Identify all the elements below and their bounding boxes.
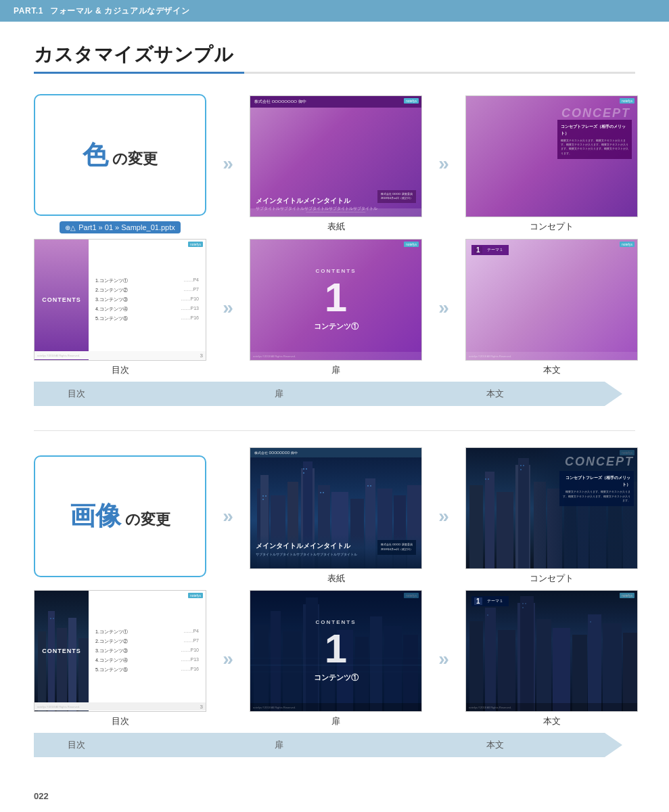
contents-city-left: CONTENTS: [34, 591, 89, 711]
image-row2: CONTENTS 1.コンテンツ① ……P4 2.コンテンツ② ……P7: [34, 590, 635, 727]
city-contents-label: CONTENTS: [42, 648, 81, 654]
city-cover-company: 株式会社 OOOOOOOO 御中: [254, 451, 298, 455]
door-city-slide: CONTENTS 1 コンテンツ① notefys notefys ©2018 …: [250, 590, 422, 712]
chevron-right-icon6: »: [438, 505, 449, 527]
arrow1: »: [216, 153, 240, 175]
concept-body-text: 概要文テキストが入ります。概要文テキストが入ります。概要文テキストが入ります。概…: [561, 139, 628, 156]
city-page4: ……P13: [181, 657, 199, 664]
concept-city-box-title: コンセプトフレーズ（相手のメリット）: [563, 474, 630, 488]
city-item-1: 1.コンテンツ① ……P4: [95, 629, 199, 635]
concept-city-bg: CONCEPT コンセプトフレーズ（相手のメリット） 概要文テキストが入ります。…: [466, 448, 637, 568]
contents-item-3: 3.コンテンツ③ ……P10: [95, 296, 199, 303]
body-city-footer-text: notefys ©2018 All Rights Reserved.: [469, 706, 511, 709]
svg-rect-14: [262, 495, 264, 497]
concept-city-col: CONCEPT コンセプトフレーズ（相手のメリット） 概要文テキストが入ります。…: [465, 447, 638, 585]
svg-rect-19: [303, 472, 304, 474]
door-city-footer: notefys ©2018 All Rights Reserved.: [250, 703, 421, 711]
image-change-col: 画像 の変更: [34, 455, 206, 577]
concept-city-big: CONCEPT: [559, 455, 634, 469]
header-bar: PART.1 フォーマル & カジュアルなデザイン: [0, 0, 669, 22]
body-label: 本文: [465, 364, 638, 376]
city-contents-section-label: 目次: [34, 715, 206, 727]
arrow3: »: [216, 297, 240, 319]
concept-label: コンセプト: [465, 221, 638, 233]
image-kanji: 画像: [70, 499, 121, 533]
body-bg: 1 テーマ１ notefys notefys ©2018 All Rights …: [466, 240, 637, 360]
arrow-label-mokuji: 目次: [47, 388, 85, 400]
svg-rect-17: [303, 468, 304, 470]
concept-city-box: コンセプトフレーズ（相手のメリット） 概要文テキストが入ります。概要文テキストが…: [559, 471, 634, 506]
door-purple-slide: CONTENTS 1 コンテンツ① notefys notefys ©2018 …: [250, 239, 422, 361]
city-page5: ……P16: [181, 667, 199, 673]
slide-bottom-bar: ───────────────────────────────: [250, 208, 421, 217]
contents-item-4: 4.コンテンツ④ ……P13: [95, 306, 199, 313]
door-number: 1: [325, 277, 347, 318]
body-purple-col: 1 テーマ１ notefys notefys ©2018 All Rights …: [465, 239, 638, 376]
svg-rect-16: [262, 499, 264, 500]
cover-purple-col: 株式会社 OOOOOOOO 御中 メインタイトルメインタイトル サブタイトルサブ…: [250, 95, 422, 233]
city-num5: 5.コンテンツ⑤: [95, 667, 128, 673]
contents-section-label: 目次: [34, 364, 206, 376]
door-city-overlay: CONTENTS 1 コンテンツ①: [250, 591, 421, 711]
city-num2: 2.コンテンツ②: [95, 638, 128, 645]
item-num5: 5.コンテンツ⑤: [95, 315, 128, 322]
cover-city-bg: 株式会社 OOOOOOOO 御中 メインタイトルメインタイトル サブタイトルサブ…: [250, 448, 421, 568]
arrow6: »: [432, 505, 456, 527]
concept-big-text: CONCEPT: [561, 106, 630, 120]
door-city-label: 扉: [250, 715, 422, 727]
filepath-text: Part1 » 01 » Sample_01.pptx: [78, 223, 175, 231]
body-theme-text: テーマ１: [487, 247, 503, 253]
contents-item-2: 2.コンテンツ② ……P7: [95, 287, 199, 294]
item-page4: ……P13: [181, 306, 199, 313]
slide-bottom-text: ───────────────────────────────: [306, 210, 366, 214]
concept-city-label: コンセプト: [465, 572, 638, 585]
city-num3: 3.コンテンツ③: [95, 648, 128, 654]
chevron-right-icon3: »: [223, 297, 233, 319]
body-theme-badge: 1 テーマ１: [471, 245, 509, 255]
chevron-right-icon2: »: [438, 153, 449, 175]
page-title: カスタマイズサンプル: [34, 42, 635, 68]
door-city-number: 1: [325, 629, 347, 669]
door-city-contents-label: CONTENTS: [316, 619, 356, 625]
concept-box: コンセプトフレーズ（相手のメリット） 概要文テキストが入ります。概要文テキストが…: [557, 120, 632, 160]
cover-company: 株式会社 OOOOOOOO 御中: [254, 99, 306, 105]
body-city-badge: 1 テーマ１: [471, 596, 509, 606]
arrow-label-honbun2: 本文: [453, 739, 504, 751]
chevron-right-icon: »: [223, 153, 233, 175]
door-purple-col: CONTENTS 1 コンテンツ① notefys notefys ©2018 …: [250, 239, 422, 376]
contents-right: 1.コンテンツ① ……P4 2.コンテンツ② ……P7 3.コンテンツ③ ……P…: [89, 240, 206, 360]
arrow8: »: [432, 648, 456, 670]
filepath-badge: ⊕△ Part1 » 01 » Sample_01.pptx: [60, 221, 180, 233]
cover-header: 株式会社 OOOOOOOO 御中: [250, 96, 421, 108]
slide-right-info: 株式会社 OOOO 調査委員 2018年4月xx日（改訂日）: [377, 190, 416, 203]
item-num2: 2.コンテンツ②: [95, 287, 128, 294]
chevron-right-icon4: »: [438, 297, 449, 319]
image-row1: 画像 の変更 »: [34, 447, 635, 585]
city-item-3: 3.コンテンツ③ ……P10: [95, 648, 199, 654]
city-contents-label-wrap: CONTENTS: [34, 591, 89, 711]
door-city-footer-text: notefys ©2018 All Rights Reserved.: [253, 706, 296, 709]
body-purple-slide: 1 テーマ１ notefys notefys ©2018 All Rights …: [465, 239, 638, 361]
door-city-bg: CONTENTS 1 コンテンツ① notefys notefys ©2018 …: [250, 591, 421, 711]
city-item-2: 2.コンテンツ② ……P7: [95, 638, 199, 645]
notefys-logo4: notefys: [404, 242, 419, 247]
contents-label-text: CONTENTS: [42, 296, 81, 304]
door-footer: notefys ©2018 All Rights Reserved.: [250, 352, 421, 360]
header-part-label: PART.1: [14, 6, 43, 16]
body-city-footer: notefys ©2018 All Rights Reserved.: [466, 703, 637, 711]
door-contents-label: CONTENTS: [316, 268, 356, 274]
body-city-col: 1 テーマ１ notefys notefys ©2018 All Rights …: [465, 590, 638, 727]
item-num3: 3.コンテンツ③: [95, 296, 128, 303]
notefys-logo5: notefys: [620, 242, 635, 247]
door-label: 扉: [250, 364, 422, 376]
cover-purple-bg: 株式会社 OOOOOOOO 御中 メインタイトルメインタイトル サブタイトルサブ…: [250, 96, 421, 217]
city-cover-header: 株式会社 OOOOOOOO 御中: [250, 448, 421, 457]
contents-city-bg: CONTENTS 1.コンテンツ① ……P4 2.コンテンツ② ……P7: [34, 591, 206, 711]
concept-purple-bg: CONCEPT コンセプトフレーズ（相手のメリット） 概要文テキストが入ります。…: [466, 96, 637, 217]
city-page-num: 3: [200, 704, 203, 710]
image-subtitle: の変更: [125, 510, 170, 530]
city-contents-footer: notefys ©2018 All Rights Reserved. 3: [34, 702, 206, 710]
concept-purple-col: CONCEPT コンセプトフレーズ（相手のメリット） 概要文テキストが入ります。…: [465, 95, 638, 233]
body-city-bg: 1 テーマ１ notefys notefys ©2018 All Rights …: [466, 591, 637, 711]
body-city-slide: 1 テーマ１ notefys notefys ©2018 All Rights …: [465, 590, 638, 712]
